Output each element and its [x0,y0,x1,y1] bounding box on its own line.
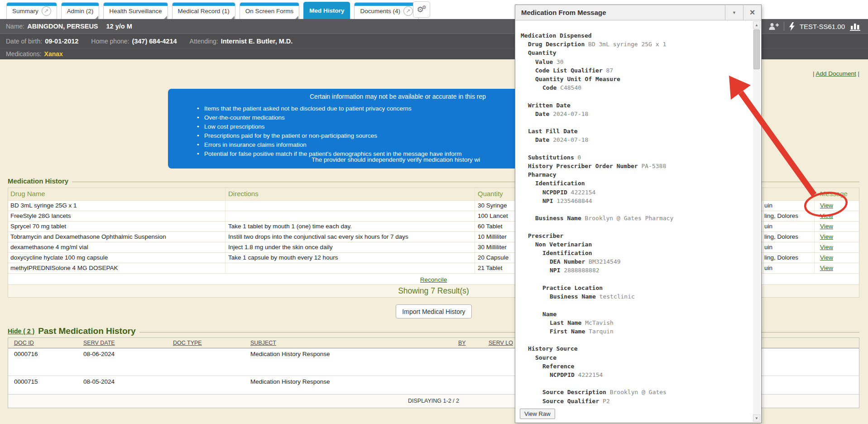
field-label: Identification [535,180,585,187]
name-label: Name: [6,23,24,30]
field-label: NCPDPID [542,189,567,196]
view-message-link[interactable]: View [820,202,833,209]
field-value: BD 3mL syringe 25G x 1 [585,41,666,48]
scroll-down-icon[interactable]: ▼ [753,414,760,422]
field-label: NPI [550,267,560,274]
field-label: Value [535,58,553,65]
notice-title: Certain information may not be available… [310,93,486,100]
field-label: Date [535,111,549,117]
field-value: 0 [574,154,581,161]
scroll-up-icon[interactable]: ▲ [753,21,760,29]
message-cell: View [815,222,859,231]
message-line: Name [521,310,751,318]
external-link-icon[interactable]: ↗ [403,6,413,16]
reconcile-link[interactable]: Reconcile [420,276,447,283]
col-header-doc-id[interactable]: DOC ID [8,338,77,348]
col-header-doc-type[interactable]: DOC TYPE [167,338,245,348]
field-value: 2888888882 [560,267,599,274]
field-label: Source [535,354,556,361]
doc-id-cell: 0000715 [8,376,77,394]
tab-label: Health Surveillance [109,8,162,14]
field-label: NCPDPID [550,371,575,378]
message-line [521,379,751,388]
dialog-close-button[interactable]: × [743,5,761,20]
message-content: Medication DispensedDrug Description BD … [521,31,751,405]
prescriber-cell: uin [763,263,815,273]
attending-label: Attending: [190,38,218,45]
col-header-by[interactable]: BY [452,338,483,348]
field-label: Business Name [550,293,596,300]
header-divider [784,22,784,31]
prescriber-cell: ling, Dolores [763,232,815,242]
message-line: NCPDPID 4222154 [521,188,751,197]
field-label: NPI [542,198,553,204]
field-label: Business Name [535,215,581,222]
add-document-bar: | Add Document | [813,70,859,77]
lightning-icon[interactable] [789,22,795,31]
field-value: Tarquin [585,328,614,335]
message-line [521,275,751,284]
field-label: Drug Description [528,41,585,48]
serv-date-cell: 08-05-2024 [77,376,167,394]
tab-documents-4[interactable]: Documents (4)↗ [354,2,419,19]
dialog-title-bar[interactable]: Medication From Message ▼ × [515,5,761,20]
message-line: NCPDPID 4222154 [521,371,751,379]
tab-admin-2[interactable]: Admin (2) [61,2,100,19]
message-line: Source [521,353,751,362]
scrollbar-thumb[interactable] [753,29,760,69]
notice-bullet: Errors in insurance claims information [204,140,461,149]
settings-button[interactable]: ⚙⚙ [413,1,430,18]
tab-med-history[interactable]: Med History [303,2,350,19]
view-message-link[interactable]: View [820,254,833,261]
prescriber-cell: uin [763,242,815,252]
field-label: Code List Qualifier [535,67,603,74]
tab-health-surveillance[interactable]: Health Surveillance [103,2,168,19]
view-message-link[interactable]: View [820,265,833,271]
import-medical-history-button[interactable]: Import Medical History [396,304,472,318]
col-header-serv-date[interactable]: SERV DATE [77,338,167,348]
close-icon: × [750,7,755,18]
external-link-icon[interactable]: ↗ [42,6,51,16]
message-line: Quantity Unit Of Measure [521,75,751,83]
medication-from-message-dialog: Medication From Message ▼ × Medication D… [515,5,762,423]
view-message-link[interactable]: View [820,212,833,219]
view-message-link[interactable]: View [820,244,833,251]
drug-name-cell: methylPREDNISolone 4 MG DOSEPAK [8,263,225,273]
message-line: Prescriber [521,231,751,240]
doc-type-cell [167,348,245,376]
field-label: Pharmacy [528,171,556,178]
message-line: Value 30 [521,58,751,66]
message-cell: View [815,211,859,221]
view-message-link[interactable]: View [820,223,833,230]
message-line: Source Description Brooklyn @ Gates [521,388,751,396]
bar-chart-icon[interactable] [850,22,861,31]
view-message-link[interactable]: View [820,233,833,240]
message-line: Medication Dispensed [521,31,751,40]
hide-link[interactable]: Hide ( 2 ) [8,328,34,335]
tab-medical-record-1[interactable]: Medical Record (1) [172,2,235,19]
attending-value: Internist E. Butler, M.D. [221,38,293,45]
col-header-subject[interactable]: SUBJECT [245,338,452,348]
dialog-scrollbar[interactable]: ▲ ▼ [753,21,760,422]
add-document-link[interactable]: Add Document [815,70,856,77]
dialog-title: Medication From Message [515,9,725,16]
tab-on-screen-forms[interactable]: On Screen Forms [240,2,300,19]
col-header-prescriber [763,188,815,200]
dialog-collapse-button[interactable]: ▼ [725,5,743,20]
by-cell [452,348,483,376]
field-label: Source Qualifier [542,398,599,405]
medications-value[interactable]: Xanax [44,50,63,58]
field-label: Name [542,311,556,318]
tab-summary[interactable]: Summary↗ [6,2,57,19]
field-label: Last Fill Date [528,128,578,135]
field-value: BM3214549 [585,258,620,265]
message-line [521,301,751,309]
field-label: Identification [542,250,592,256]
view-raw-button[interactable]: View Raw [520,409,555,419]
add-person-icon[interactable] [769,23,779,30]
drug-name-cell: doxycycline hyclate 100 mg capsule [8,253,225,263]
field-label: Medication Dispensed [521,32,592,39]
field-value: McTavish [581,319,613,326]
message-line: Date 2024-07-18 [521,110,751,118]
message-line: First Name Tarquin [521,327,751,336]
